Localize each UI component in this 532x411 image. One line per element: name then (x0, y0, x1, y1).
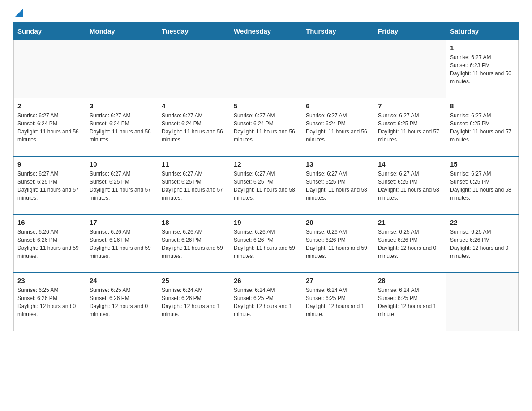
calendar-week-row: 16Sunrise: 6:26 AMSunset: 6:26 PMDayligh… (14, 214, 519, 273)
calendar-cell: 23Sunrise: 6:25 AMSunset: 6:26 PMDayligh… (14, 273, 86, 331)
calendar-cell: 20Sunrise: 6:26 AMSunset: 6:26 PMDayligh… (302, 214, 374, 273)
day-number: 4 (162, 102, 226, 110)
day-info: Sunrise: 6:27 AMSunset: 6:24 PMDaylight:… (90, 111, 154, 144)
day-number: 21 (378, 218, 442, 226)
calendar-cell: 4Sunrise: 6:27 AMSunset: 6:24 PMDaylight… (158, 98, 230, 156)
page-header (13, 9, 519, 18)
column-header-tuesday: Tuesday (158, 23, 230, 40)
day-number: 8 (450, 102, 515, 110)
day-number: 2 (17, 102, 82, 110)
calendar-cell: 26Sunrise: 6:24 AMSunset: 6:25 PMDayligh… (230, 273, 302, 331)
day-number: 14 (378, 160, 442, 168)
calendar-week-row: 23Sunrise: 6:25 AMSunset: 6:26 PMDayligh… (14, 273, 519, 331)
day-info: Sunrise: 6:27 AMSunset: 6:25 PMDaylight:… (162, 170, 226, 202)
day-number: 11 (162, 160, 226, 168)
calendar-cell: 24Sunrise: 6:25 AMSunset: 6:26 PMDayligh… (86, 273, 158, 331)
calendar-cell: 18Sunrise: 6:26 AMSunset: 6:26 PMDayligh… (158, 214, 230, 273)
calendar-table: SundayMondayTuesdayWednesdayThursdayFrid… (13, 22, 519, 331)
day-info: Sunrise: 6:24 AMSunset: 6:25 PMDaylight:… (306, 286, 370, 318)
day-number: 9 (17, 160, 82, 168)
day-number: 24 (90, 277, 154, 284)
column-header-saturday: Saturday (446, 23, 519, 40)
calendar-cell: 27Sunrise: 6:24 AMSunset: 6:25 PMDayligh… (302, 273, 374, 331)
day-number: 20 (306, 218, 370, 226)
day-info: Sunrise: 6:27 AMSunset: 6:24 PMDaylight:… (162, 111, 226, 144)
day-info: Sunrise: 6:27 AMSunset: 6:25 PMDaylight:… (306, 170, 370, 202)
day-number: 5 (234, 102, 298, 110)
day-info: Sunrise: 6:25 AMSunset: 6:26 PMDaylight:… (378, 228, 442, 260)
day-info: Sunrise: 6:24 AMSunset: 6:26 PMDaylight:… (162, 286, 226, 318)
day-info: Sunrise: 6:27 AMSunset: 6:24 PMDaylight:… (17, 111, 82, 144)
day-number: 17 (90, 218, 154, 226)
calendar-cell: 10Sunrise: 6:27 AMSunset: 6:25 PMDayligh… (86, 156, 158, 214)
calendar-cell: 1Sunrise: 6:27 AMSunset: 6:23 PMDaylight… (446, 40, 519, 98)
day-info: Sunrise: 6:24 AMSunset: 6:25 PMDaylight:… (378, 286, 442, 318)
day-number: 25 (162, 277, 226, 284)
day-info: Sunrise: 6:27 AMSunset: 6:25 PMDaylight:… (378, 170, 442, 202)
day-info: Sunrise: 6:26 AMSunset: 6:26 PMDaylight:… (17, 228, 82, 260)
calendar-cell: 8Sunrise: 6:27 AMSunset: 6:25 PMDaylight… (446, 98, 519, 156)
day-number: 12 (234, 160, 298, 168)
calendar-cell: 22Sunrise: 6:25 AMSunset: 6:26 PMDayligh… (446, 214, 519, 273)
calendar-cell: 7Sunrise: 6:27 AMSunset: 6:25 PMDaylight… (374, 98, 446, 156)
calendar-header-row: SundayMondayTuesdayWednesdayThursdayFrid… (14, 23, 519, 40)
calendar-cell: 25Sunrise: 6:24 AMSunset: 6:26 PMDayligh… (158, 273, 230, 331)
day-info: Sunrise: 6:27 AMSunset: 6:25 PMDaylight:… (234, 170, 298, 202)
calendar-cell (86, 40, 158, 98)
calendar-cell: 3Sunrise: 6:27 AMSunset: 6:24 PMDaylight… (86, 98, 158, 156)
calendar-cell: 21Sunrise: 6:25 AMSunset: 6:26 PMDayligh… (374, 214, 446, 273)
calendar-cell: 12Sunrise: 6:27 AMSunset: 6:25 PMDayligh… (230, 156, 302, 214)
column-header-wednesday: Wednesday (230, 23, 302, 40)
day-info: Sunrise: 6:27 AMSunset: 6:25 PMDaylight:… (450, 170, 515, 202)
day-info: Sunrise: 6:24 AMSunset: 6:25 PMDaylight:… (234, 286, 298, 318)
day-info: Sunrise: 6:27 AMSunset: 6:25 PMDaylight:… (90, 170, 154, 202)
day-info: Sunrise: 6:26 AMSunset: 6:26 PMDaylight:… (234, 228, 298, 260)
day-number: 28 (378, 277, 442, 284)
calendar-week-row: 9Sunrise: 6:27 AMSunset: 6:25 PMDaylight… (14, 156, 519, 214)
day-number: 3 (90, 102, 154, 110)
calendar-cell (374, 40, 446, 98)
column-header-monday: Monday (86, 23, 158, 40)
calendar-cell: 14Sunrise: 6:27 AMSunset: 6:25 PMDayligh… (374, 156, 446, 214)
calendar-cell: 19Sunrise: 6:26 AMSunset: 6:26 PMDayligh… (230, 214, 302, 273)
logo (13, 9, 23, 18)
day-info: Sunrise: 6:27 AMSunset: 6:23 PMDaylight:… (450, 53, 515, 86)
calendar-cell: 15Sunrise: 6:27 AMSunset: 6:25 PMDayligh… (446, 156, 519, 214)
day-info: Sunrise: 6:27 AMSunset: 6:25 PMDaylight:… (378, 111, 442, 144)
day-number: 1 (450, 44, 515, 51)
calendar-cell: 13Sunrise: 6:27 AMSunset: 6:25 PMDayligh… (302, 156, 374, 214)
column-header-friday: Friday (374, 23, 446, 40)
day-number: 22 (450, 218, 515, 226)
day-number: 19 (234, 218, 298, 226)
day-number: 26 (234, 277, 298, 284)
calendar-cell: 11Sunrise: 6:27 AMSunset: 6:25 PMDayligh… (158, 156, 230, 214)
calendar-week-row: 1Sunrise: 6:27 AMSunset: 6:23 PMDaylight… (14, 40, 519, 98)
day-info: Sunrise: 6:25 AMSunset: 6:26 PMDaylight:… (90, 286, 154, 318)
day-number: 16 (17, 218, 82, 226)
calendar-cell: 16Sunrise: 6:26 AMSunset: 6:26 PMDayligh… (14, 214, 86, 273)
calendar-cell (302, 40, 374, 98)
day-info: Sunrise: 6:25 AMSunset: 6:26 PMDaylight:… (17, 286, 82, 318)
calendar-cell (14, 40, 86, 98)
day-info: Sunrise: 6:27 AMSunset: 6:24 PMDaylight:… (306, 111, 370, 144)
logo-triangle-icon (15, 9, 23, 17)
day-info: Sunrise: 6:26 AMSunset: 6:26 PMDaylight:… (162, 228, 226, 260)
day-number: 7 (378, 102, 442, 110)
day-number: 15 (450, 160, 515, 168)
day-number: 6 (306, 102, 370, 110)
day-info: Sunrise: 6:26 AMSunset: 6:26 PMDaylight:… (90, 228, 154, 260)
day-number: 27 (306, 277, 370, 284)
day-number: 10 (90, 160, 154, 168)
day-number: 18 (162, 218, 226, 226)
day-info: Sunrise: 6:26 AMSunset: 6:26 PMDaylight:… (306, 228, 370, 260)
column-header-sunday: Sunday (14, 23, 86, 40)
calendar-week-row: 2Sunrise: 6:27 AMSunset: 6:24 PMDaylight… (14, 98, 519, 156)
day-info: Sunrise: 6:27 AMSunset: 6:25 PMDaylight:… (17, 170, 82, 202)
calendar-cell (230, 40, 302, 98)
day-info: Sunrise: 6:27 AMSunset: 6:24 PMDaylight:… (234, 111, 298, 144)
column-header-thursday: Thursday (302, 23, 374, 40)
calendar-cell: 5Sunrise: 6:27 AMSunset: 6:24 PMDaylight… (230, 98, 302, 156)
calendar-cell (158, 40, 230, 98)
day-info: Sunrise: 6:25 AMSunset: 6:26 PMDaylight:… (450, 228, 515, 260)
calendar-cell: 2Sunrise: 6:27 AMSunset: 6:24 PMDaylight… (14, 98, 86, 156)
